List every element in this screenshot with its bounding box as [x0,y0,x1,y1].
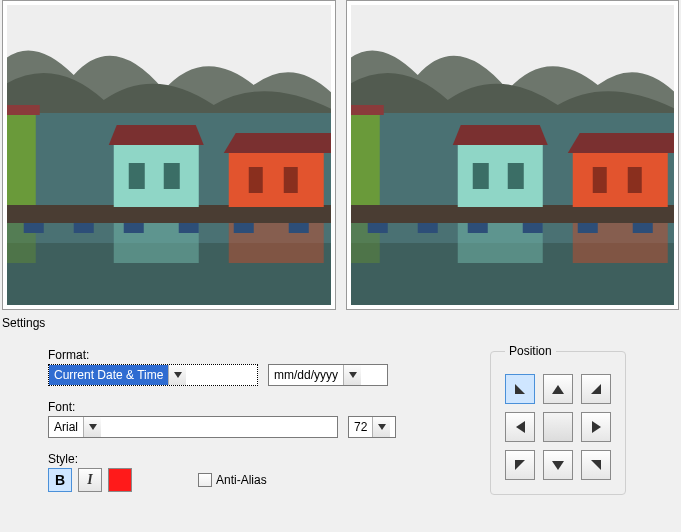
svg-rect-9 [164,163,180,189]
corner-tr-icon [591,384,601,394]
corner-bl-icon [515,460,525,470]
svg-rect-43 [522,223,542,233]
position-group: Position [490,344,626,495]
font-size-combo[interactable]: 72 [348,416,396,438]
chevron-down-icon[interactable] [343,365,361,385]
svg-rect-40 [367,223,387,233]
bold-button[interactable]: B [48,468,72,492]
svg-rect-12 [249,167,263,193]
arrow-down-icon [552,461,564,470]
chevron-down-icon[interactable] [83,417,101,437]
svg-rect-42 [467,223,487,233]
position-bottom-right[interactable] [581,450,611,480]
format-label: Format: [48,348,448,362]
chevron-down-icon[interactable] [168,365,186,385]
position-top[interactable] [543,374,573,404]
svg-rect-45 [632,223,652,233]
chevron-down-icon[interactable] [372,417,390,437]
arrow-up-icon [552,385,564,394]
position-legend: Position [505,344,556,358]
preview-right [346,0,680,310]
svg-rect-18 [74,223,94,233]
format-pattern-combo[interactable]: mm/dd/yyyy [268,364,388,386]
scene-image [7,5,331,305]
italic-button[interactable]: I [78,468,102,492]
settings-legend: Settings [0,316,681,336]
position-left[interactable] [505,412,535,442]
anti-alias-label: Anti-Alias [216,473,267,487]
style-label: Style: [48,452,448,466]
svg-rect-22 [289,223,309,233]
arrow-left-icon [516,421,525,433]
arrow-right-icon [592,421,601,433]
position-right[interactable] [581,412,611,442]
svg-rect-20 [179,223,199,233]
position-bottom-left[interactable] [505,450,535,480]
scene-image [351,5,675,305]
format-value: Current Date & Time [49,365,168,385]
svg-marker-7 [109,125,204,145]
svg-rect-17 [24,223,44,233]
svg-rect-44 [577,223,597,233]
svg-rect-10 [229,153,324,207]
svg-marker-11 [224,133,331,153]
svg-marker-34 [567,133,674,153]
anti-alias-checkbox[interactable] [198,473,212,487]
svg-rect-36 [627,167,641,193]
format-combo[interactable]: Current Date & Time [48,364,258,386]
svg-rect-32 [507,163,523,189]
svg-rect-6 [114,145,199,207]
format-pattern-value: mm/dd/yyyy [269,365,343,385]
position-top-left[interactable] [505,374,535,404]
position-top-right[interactable] [581,374,611,404]
font-family-value: Arial [49,417,83,437]
svg-rect-28 [351,105,384,115]
svg-rect-21 [234,223,254,233]
color-swatch[interactable] [108,468,132,492]
corner-br-icon [591,460,601,470]
svg-marker-30 [452,125,547,145]
svg-rect-8 [129,163,145,189]
svg-rect-27 [351,110,380,205]
position-bottom[interactable] [543,450,573,480]
svg-rect-31 [472,163,488,189]
svg-rect-13 [284,167,298,193]
font-size-value: 72 [349,417,372,437]
svg-rect-29 [457,145,542,207]
svg-rect-4 [7,110,36,205]
font-label: Font: [48,400,448,414]
svg-rect-26 [351,205,675,223]
svg-rect-41 [417,223,437,233]
svg-rect-3 [7,205,331,223]
svg-rect-35 [592,167,606,193]
preview-left [2,0,336,310]
svg-rect-33 [572,153,667,207]
svg-rect-19 [124,223,144,233]
corner-tl-icon [515,384,525,394]
svg-rect-5 [7,105,40,115]
position-center[interactable] [543,412,573,442]
font-family-combo[interactable]: Arial [48,416,338,438]
